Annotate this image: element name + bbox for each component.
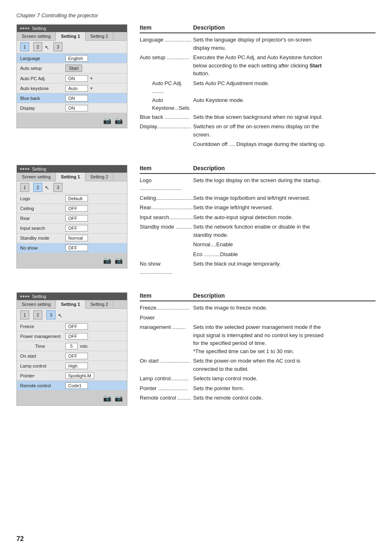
number-btn-1-3[interactable]: 3 [53,42,62,51]
pointer-row[interactable]: Pointer Spotlight-M [17,371,127,381]
standby-mode-label: Standby mode [20,236,65,240]
table-row: On start .................... Sets the p… [140,357,376,373]
tab-setting2-1[interactable]: Setting 2 [85,32,113,40]
entry-item: Remote control ......... [140,394,193,402]
table-row: Logo ............................ Sets t… [140,176,376,192]
number-btn-3-3[interactable]: 3 [46,310,55,319]
time-input[interactable]: 5 [65,343,78,349]
entry-item [140,250,193,259]
input-search-label: Input search [20,226,65,231]
tab-screen-setting-3[interactable]: Screen setting [17,300,56,308]
entry-item: Lamp control............ [140,375,193,383]
panel-title-1: Setting [17,25,127,32]
auto-pc-val: ON [65,75,88,82]
language-row[interactable]: Language English [17,53,127,63]
number-btn-2-1[interactable]: 1 [20,183,29,192]
ceiling-val: OFF [65,205,88,212]
display-row[interactable]: Display ON [17,103,127,113]
tab-setting1-2[interactable]: Setting 1 [56,173,85,181]
tab-screen-setting-1[interactable]: Screen setting [17,32,56,40]
number-row-2: 1 2 ↖ 3 [17,181,127,194]
entry-item [140,140,193,148]
desc-table-2: Item Description Logo ..................… [140,165,376,278]
entry-desc: Sets the black out image temporarily. [193,260,376,276]
number-btn-2-2[interactable]: 2 [33,183,42,192]
on-start-value: OFF [65,353,124,359]
input-search-row[interactable]: Input search OFF [17,224,127,234]
display-val: ON [65,105,88,111]
blue-back-row[interactable]: Blue back ON [17,93,127,103]
power-mgmt-label: Power management [20,334,65,339]
auto-keystone-row[interactable]: Auto keystone Auto ▼ [17,83,127,93]
language-val-box: English [65,55,88,62]
number-btn-1-2[interactable]: 2 [33,42,42,51]
number-btn-1-1[interactable]: 1 [20,42,29,51]
freeze-row[interactable]: Freeze OFF [17,321,127,331]
auto-keystone-dropdown[interactable]: ▼ [90,86,93,90]
footer-icon-5: 📷 [103,394,111,402]
auto-keystone-value: Auto ▼ [65,85,124,92]
entry-desc: Sets the pointer form. [193,384,376,393]
entry-desc: Switches on or off the on-screen menu di… [193,123,376,139]
rear-row[interactable]: Rear OFF [17,214,127,224]
time-unit: min. [80,344,89,349]
auto-setup-row[interactable]: Auto setup Start [17,63,127,74]
entry-desc: Sets the network function enable or disa… [193,223,376,239]
pointer-val: Spotlight-M [65,372,94,379]
entry-item: management ......... [140,323,193,355]
number-btn-3-2[interactable]: 2 [33,310,42,319]
blue-back-val: ON [65,95,88,102]
entry-desc: Sets the logo display on the screen duri… [193,176,376,192]
footer-icon-2: 📷 [115,117,123,125]
blue-back-value: ON [65,95,124,102]
auto-pc-dropdown[interactable]: ▼ [90,76,93,81]
panel-title-text-2: Setting [32,166,46,171]
footer-icon-1: 📷 [103,117,111,125]
entry-item: Freeze...................... [140,304,193,312]
power-mgmt-row[interactable]: Power management OFF [17,331,127,341]
setting-panel-3: Setting Screen setting Setting 1 Setting… [16,292,127,406]
on-start-row[interactable]: On start OFF [17,351,127,361]
entry-item: Power [140,314,193,322]
pointer-label: Pointer [20,373,65,378]
standby-mode-row[interactable]: Standby mode Normal [17,234,127,243]
time-value-group: 5 min. [65,343,89,349]
number-btn-2-3[interactable]: 3 [53,183,62,192]
lamp-control-val: High [65,363,88,369]
cursor-icon-1: ↖ [45,44,49,51]
entry-desc: Sets Auto PC Adjustment mode. [193,79,376,95]
number-btn-3-1[interactable]: 1 [20,310,29,319]
start-button[interactable]: Start [65,65,82,72]
auto-keystone-val: Auto [65,85,88,92]
header-desc-1: Description [193,24,376,31]
entry-desc [193,314,376,322]
table-row: Rear............................ Sets th… [140,204,376,212]
ceiling-row[interactable]: Ceiling OFF [17,204,127,214]
logo-row[interactable]: Logo Default [17,194,127,204]
section-3: Setting Screen setting Setting 1 Setting… [16,292,376,406]
tab-setting2-2[interactable]: Setting 2 [85,173,113,181]
desc-header-3: Item Description [140,292,376,301]
table-row: Freeze...................... Sets the im… [140,304,376,312]
auto-setup-value: Start [65,65,124,72]
pointer-value: Spotlight-M [65,372,124,379]
on-start-val: OFF [65,353,88,359]
table-row: Blue back ................. Sets the blu… [140,113,376,121]
entry-item: Rear............................ [140,204,193,212]
tabs-row-2: Screen setting Setting 1 Setting 2 [17,173,127,181]
no-show-row[interactable]: No show OFF [17,243,127,253]
auto-pc-row[interactable]: Auto PC Adj. ON ▼ [17,74,127,83]
auto-keystone-label: Auto keystone [20,86,65,91]
tab-screen-setting-2[interactable]: Screen setting [17,173,56,181]
entry-desc: Sets the image to freeze mode. [193,304,376,312]
lamp-control-row[interactable]: Lamp control High [17,361,127,371]
tab-setting1-1[interactable]: Setting 1 [56,32,85,41]
entry-desc: Executes the Auto PC Adj, and Auto Keyst… [193,53,376,78]
remote-control-row[interactable]: Remote control Code1 [17,381,127,391]
table-row: Standby mode ........... Sets the networ… [140,223,376,239]
panel-dots [20,28,29,29]
remote-control-val: Code1 [65,382,88,389]
tab-setting1-3[interactable]: Setting 1 [56,300,85,309]
tab-setting2-3[interactable]: Setting 2 [85,300,113,308]
panel-dots-3 [20,296,29,297]
